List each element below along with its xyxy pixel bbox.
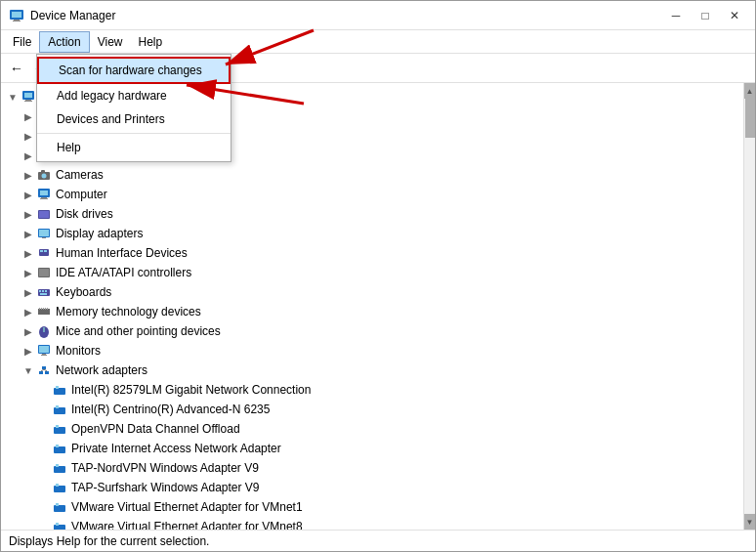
expand-keyboards: ▶ bbox=[21, 284, 36, 300]
tree-item-net2[interactable]: Intel(R) Centrino(R) Advanced-N 6235 bbox=[1, 400, 743, 419]
svg-rect-66 bbox=[56, 464, 59, 467]
tree-label-display: Display adapters bbox=[56, 227, 143, 240]
tree-label-net3: OpenVPN Data Channel Offload bbox=[71, 422, 240, 436]
tree-label-memory: Memory technology devices bbox=[56, 305, 201, 318]
scroll-up-button[interactable]: ▲ bbox=[744, 83, 756, 99]
net1-icon bbox=[52, 382, 67, 398]
tree-label-net4: Private Internet Access Network Adapter bbox=[71, 442, 281, 455]
window-icon bbox=[9, 8, 24, 23]
scroll-down-button[interactable]: ▼ bbox=[744, 514, 756, 530]
scroll-thumb[interactable] bbox=[745, 99, 755, 138]
scrollbar[interactable]: ▲ ▼ bbox=[743, 83, 755, 530]
tree-item-net3[interactable]: OpenVPN Data Channel Offload bbox=[1, 419, 743, 439]
net6-icon bbox=[52, 480, 67, 495]
menu-help[interactable]: Help bbox=[131, 31, 171, 53]
tree-item-net8[interactable]: VMware Virtual Ethernet Adapter for VMne… bbox=[1, 517, 743, 530]
tree-item-display[interactable]: ▶ Display adapters bbox=[1, 224, 743, 243]
tree-item-mice[interactable]: ▶ Mice and other pointing devices bbox=[1, 321, 743, 341]
tree-item-net1[interactable]: Intel(R) 82579LM Gigabit Network Connect… bbox=[1, 380, 743, 400]
toolbar-back-button[interactable]: ← bbox=[5, 57, 28, 80]
display-icon bbox=[36, 226, 52, 241]
svg-rect-49 bbox=[39, 346, 49, 353]
tree-item-net6[interactable]: TAP-Surfshark Windows Adapter V9 bbox=[1, 478, 743, 497]
svg-rect-40 bbox=[39, 308, 40, 310]
tree-item-ide[interactable]: ▶ IDE ATA/ATAPI controllers bbox=[1, 263, 743, 282]
tree-item-network[interactable]: ▼ Network adapters bbox=[1, 361, 743, 380]
svg-rect-22 bbox=[41, 197, 47, 198]
svg-rect-28 bbox=[42, 237, 46, 238]
tree-item-disk[interactable]: ▶ Disk drives bbox=[1, 204, 743, 224]
network-icon bbox=[36, 362, 52, 378]
status-bar: Displays Help for the current selection. bbox=[1, 530, 755, 551]
action-dropdown-menu: Scan for hardware changes Add legacy har… bbox=[36, 54, 231, 162]
tree-item-memory[interactable]: ▶ Memory technology devices bbox=[1, 302, 743, 321]
tree-label-net7: VMware Virtual Ethernet Adapter for VMne… bbox=[71, 500, 303, 514]
tree-item-computer[interactable]: ▶ Computer bbox=[1, 185, 743, 204]
tree-label-net6: TAP-Surfshark Windows Adapter V9 bbox=[71, 481, 260, 494]
menu-scan-hardware[interactable]: Scan for hardware changes bbox=[37, 57, 231, 84]
scroll-track bbox=[744, 99, 755, 514]
tree-item-net4[interactable]: Private Internet Access Network Adapter bbox=[1, 439, 743, 458]
tree-label-net1: Intel(R) 82579LM Gigabit Network Connect… bbox=[71, 383, 311, 397]
window-title: Device Manager bbox=[30, 9, 663, 22]
svg-rect-59 bbox=[54, 407, 65, 414]
svg-rect-37 bbox=[45, 290, 47, 292]
tree-item-cameras[interactable]: ▶ Cameras bbox=[1, 165, 743, 185]
svg-rect-33 bbox=[39, 269, 49, 276]
expand-network: ▼ bbox=[21, 362, 36, 378]
tree-label-hid: Human Interface Devices bbox=[56, 246, 188, 260]
svg-rect-50 bbox=[42, 354, 46, 355]
svg-point-18 bbox=[42, 174, 47, 179]
mouse-icon bbox=[36, 323, 52, 339]
svg-line-56 bbox=[44, 369, 47, 371]
svg-rect-65 bbox=[54, 466, 65, 473]
menu-view[interactable]: View bbox=[90, 31, 131, 53]
tree-item-net7[interactable]: VMware Virtual Ethernet Adapter for VMne… bbox=[1, 497, 743, 517]
expand-memory: ▶ bbox=[21, 304, 36, 319]
tree-label-mice: Mice and other pointing devices bbox=[56, 324, 221, 338]
computer2-icon bbox=[36, 187, 52, 202]
svg-rect-27 bbox=[39, 230, 49, 236]
menu-file[interactable]: File bbox=[5, 31, 39, 53]
svg-rect-54 bbox=[42, 366, 46, 369]
net2-icon bbox=[52, 402, 67, 417]
svg-rect-41 bbox=[41, 308, 42, 310]
svg-rect-3 bbox=[13, 21, 21, 21]
svg-rect-2 bbox=[14, 20, 20, 21]
expand-disk: ▶ bbox=[21, 206, 36, 222]
net3-icon bbox=[52, 421, 67, 437]
svg-rect-42 bbox=[43, 308, 44, 310]
svg-rect-35 bbox=[39, 290, 41, 292]
menu-action[interactable]: Action bbox=[39, 31, 89, 53]
svg-rect-62 bbox=[56, 425, 59, 428]
menu-add-legacy[interactable]: Add legacy hardware bbox=[37, 84, 231, 107]
svg-rect-67 bbox=[54, 486, 65, 492]
svg-rect-44 bbox=[47, 308, 48, 310]
menu-bar: File Action View Help bbox=[1, 30, 755, 54]
menu-help-item[interactable]: Help bbox=[37, 136, 231, 159]
svg-rect-68 bbox=[56, 484, 59, 487]
tree-label-network: Network adapters bbox=[56, 363, 147, 377]
tree-label-keyboards: Keyboards bbox=[56, 285, 111, 299]
svg-rect-19 bbox=[41, 170, 45, 173]
svg-line-55 bbox=[41, 369, 44, 371]
svg-rect-71 bbox=[54, 525, 65, 530]
svg-rect-30 bbox=[40, 250, 43, 252]
tree-item-hid[interactable]: ▶ Human Interface Devices bbox=[1, 243, 743, 263]
keyboard-icon bbox=[36, 284, 52, 300]
maximize-button[interactable]: □ bbox=[693, 6, 718, 25]
svg-rect-8 bbox=[24, 93, 32, 98]
tree-item-net5[interactable]: TAP-NordVPN Windows Adapter V9 bbox=[1, 458, 743, 478]
svg-rect-9 bbox=[25, 100, 31, 101]
close-button[interactable]: ✕ bbox=[722, 6, 747, 25]
svg-rect-31 bbox=[44, 250, 47, 252]
expand-bluetooth: ▶ bbox=[21, 148, 36, 163]
expand-hid: ▶ bbox=[21, 245, 36, 261]
tree-item-keyboards[interactable]: ▶ Keyboards bbox=[1, 282, 743, 302]
menu-devices-printers[interactable]: Devices and Printers bbox=[37, 107, 231, 131]
svg-rect-53 bbox=[45, 371, 49, 374]
minimize-button[interactable]: ─ bbox=[663, 6, 689, 25]
svg-rect-43 bbox=[45, 308, 46, 310]
tree-item-monitors[interactable]: ▶ Monitors bbox=[1, 341, 743, 361]
expand-icon: ▼ bbox=[5, 89, 21, 105]
